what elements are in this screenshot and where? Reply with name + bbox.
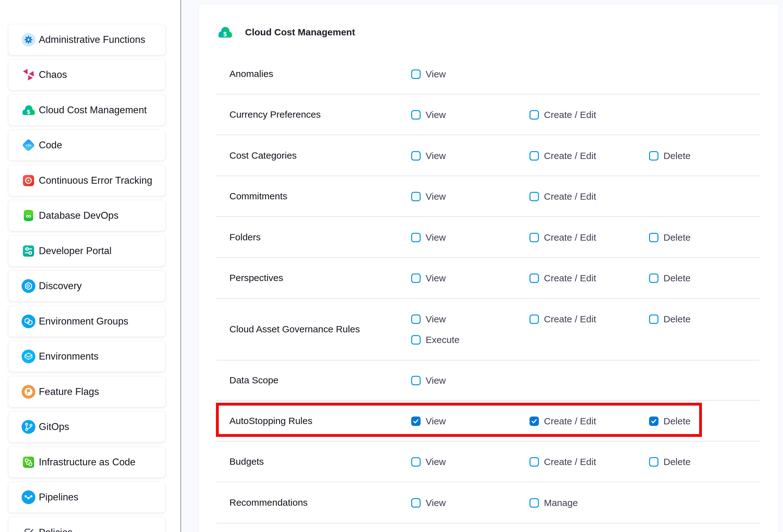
sidebar-item-label: Cloud Cost Management — [39, 104, 147, 116]
iac-circuit-icon — [22, 455, 35, 469]
checkbox-unchecked[interactable] — [411, 335, 420, 345]
code-diamond-icon: </> — [22, 138, 35, 152]
svg-text:$: $ — [223, 31, 226, 37]
feature-flag-icon — [22, 385, 35, 399]
checkbox-label: View — [426, 232, 446, 243]
checkbox-label: View — [426, 314, 446, 324]
checkbox-unchecked[interactable] — [411, 233, 420, 242]
sidebar-item-label: Discovery — [39, 280, 82, 292]
sidebar-item-code[interactable]: </>Code — [8, 130, 165, 160]
checkbox-group-cloud-asset-governance-rules-delete: Delete — [649, 314, 691, 324]
checkbox-label: View — [426, 69, 446, 80]
checkbox-label: Delete — [663, 232, 691, 243]
checkbox-unchecked[interactable] — [411, 110, 420, 120]
checkbox-label: Delete — [663, 314, 691, 324]
checkbox-unchecked[interactable] — [411, 457, 420, 467]
checkbox-group-cost-categories-create-edit: Create / Edit — [530, 151, 596, 161]
policy-check-icon — [22, 526, 35, 532]
checkbox-unchecked[interactable] — [649, 151, 658, 160]
sidebar-item-label: Environment Groups — [39, 316, 128, 327]
permission-row-budgets: BudgetsViewCreate / EditDelete — [217, 442, 759, 482]
sidebar-item-label: Chaos — [39, 69, 67, 81]
modules-sidebar: Administrative Functions Chaos $Cloud Co… — [0, 0, 180, 532]
permission-row-label: Commitments — [229, 176, 287, 216]
sidebar-item-chaos[interactable]: Chaos — [8, 59, 165, 90]
checkbox-group-cloud-asset-governance-rules-execute: Execute — [411, 335, 460, 345]
permission-row-label: Cost Categories — [229, 135, 297, 176]
sidebar-item-discovery[interactable]: Discovery — [8, 271, 165, 301]
checkbox-unchecked[interactable] — [530, 314, 539, 324]
checkbox-label: View — [426, 273, 446, 284]
checkbox-unchecked[interactable] — [530, 457, 539, 467]
checkbox-unchecked[interactable] — [411, 274, 420, 283]
checkbox-unchecked[interactable] — [530, 233, 539, 242]
permission-row-label: Perspectives — [229, 258, 283, 298]
checkbox-unchecked[interactable] — [649, 233, 658, 242]
sidebar-item-label: Infrastructure as Code — [39, 457, 135, 468]
checkbox-unchecked[interactable] — [411, 498, 420, 508]
checkbox-label: Create / Edit — [544, 109, 596, 120]
permission-row-label: Currency Preferences — [229, 95, 321, 134]
checkbox-unchecked[interactable] — [649, 457, 658, 467]
sidebar-item-administrative-functions[interactable]: Administrative Functions — [8, 24, 165, 55]
sidebar-item-developer-portal[interactable]: Developer Portal — [8, 236, 165, 266]
environment-groups-icon — [22, 314, 35, 328]
permission-row-label: Recommendations — [229, 482, 308, 523]
sidebar-item-database-devops[interactable]: ∞Database DevOps — [8, 200, 165, 231]
checkbox-group-perspectives-create-edit: Create / Edit — [530, 273, 596, 283]
sidebar-item-label: Pipelines — [39, 492, 79, 503]
cloud-dollar-icon: $ — [22, 103, 35, 117]
checkbox-unchecked[interactable] — [530, 110, 539, 120]
checkbox-group-perspectives-delete: Delete — [649, 273, 691, 283]
sidebar-item-environments[interactable]: Environments — [8, 341, 165, 372]
checkbox-label: Create / Edit — [544, 151, 596, 161]
database-infinity-icon: ∞ — [22, 209, 35, 222]
checkbox-label: Delete — [663, 151, 691, 161]
checkbox-unchecked[interactable] — [530, 274, 539, 283]
environments-box-icon — [22, 349, 35, 363]
sidebar-item-label: Code — [39, 139, 62, 151]
checkbox-group-cloud-asset-governance-rules-create-edit: Create / Edit — [530, 314, 596, 324]
checkbox-unchecked[interactable] — [530, 498, 539, 508]
sidebar-item-label: Developer Portal — [39, 245, 112, 257]
sidebar-item-label: Policies — [39, 527, 72, 532]
sidebar-item-pipelines[interactable]: Pipelines — [8, 482, 165, 512]
checkbox-unchecked[interactable] — [649, 314, 658, 324]
sidebar-item-cloud-cost-management[interactable]: $Cloud Cost Management — [8, 95, 165, 125]
sidebar-item-environment-groups[interactable]: Environment Groups — [8, 306, 165, 337]
checkbox-label: Manage — [544, 498, 578, 508]
checkbox-unchecked[interactable] — [411, 151, 420, 160]
sidebar-item-policies[interactable]: Policies — [8, 517, 165, 532]
checkbox-group-budgets-create-edit: Create / Edit — [530, 457, 596, 467]
checkbox-group-budgets-delete: Delete — [649, 457, 691, 467]
checkbox-label: Create / Edit — [544, 457, 596, 467]
checkbox-group-folders-create-edit: Create / Edit — [530, 232, 596, 243]
sidebar-item-label: Environments — [39, 351, 99, 362]
checkbox-label: View — [426, 457, 446, 467]
checkbox-label: Execute — [426, 335, 460, 345]
checkbox-label: Create / Edit — [544, 232, 596, 243]
sidebar-item-feature-flags[interactable]: Feature Flags — [8, 376, 165, 407]
checkbox-unchecked[interactable] — [411, 376, 420, 385]
checkbox-unchecked[interactable] — [530, 192, 539, 201]
checkbox-unchecked[interactable] — [411, 69, 420, 79]
sidebar-divider — [180, 0, 181, 532]
permissions-panel: $ Cloud Cost Management AnomaliesViewCur… — [199, 4, 779, 532]
sidebar-item-infrastructure-as-code[interactable]: Infrastructure as Code — [8, 447, 165, 477]
checkbox-unchecked[interactable] — [411, 314, 420, 324]
checkbox-unchecked[interactable] — [530, 151, 539, 160]
checkbox-label: View — [426, 151, 446, 161]
checkbox-group-budgets-view: View — [411, 457, 446, 467]
checkbox-unchecked[interactable] — [411, 192, 420, 201]
checkbox-unchecked[interactable] — [649, 274, 658, 283]
sidebar-item-label: Feature Flags — [39, 386, 99, 398]
checkbox-group-recommendations-manage: Manage — [530, 498, 578, 508]
checkbox-group-data-scope-view: View — [411, 376, 446, 385]
sidebar-item-continuous-error-tracking[interactable]: Continuous Error Tracking — [8, 165, 165, 196]
checkbox-label: View — [426, 191, 446, 202]
sidebar-item-label: Continuous Error Tracking — [39, 175, 152, 186]
sidebar-item-gitops[interactable]: GitOps — [8, 411, 165, 442]
permission-row-label: Folders — [229, 217, 261, 257]
sidebar-item-label: GitOps — [39, 421, 69, 433]
pipeline-chain-icon — [22, 490, 35, 504]
